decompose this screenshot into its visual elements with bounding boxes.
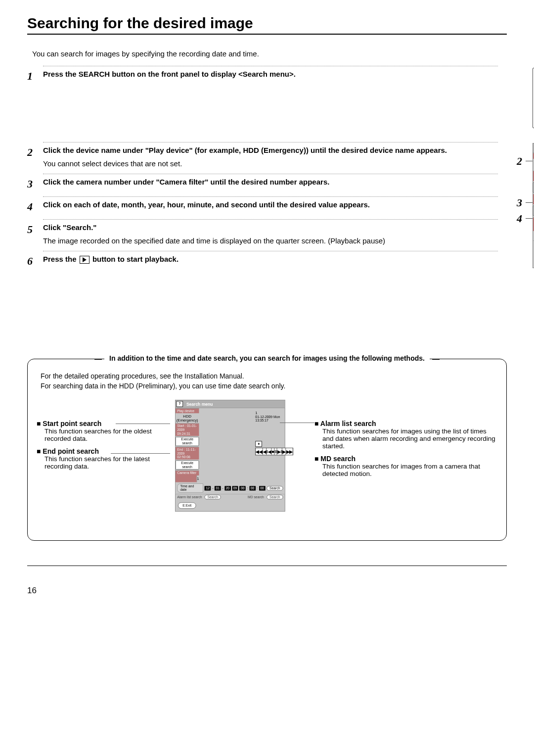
diagram-column: 1 2 3 4 5 6 ? Search menu [513, 63, 534, 268]
methods-intro-2: For searching data in the HDD (Prelimina… [41, 382, 497, 390]
execute-search-end-button[interactable]: Execute search [176, 460, 199, 470]
step-3-text: Click the camera number under "Camera fi… [43, 178, 329, 186]
leader-line [111, 453, 170, 454]
md-search-button[interactable]: Search [267, 495, 283, 499]
time-day[interactable]: 12 [205, 486, 211, 490]
callout-4-label: 4 [517, 212, 522, 225]
rewind-fast-icon: ◀◀ [256, 448, 263, 455]
intro-text: You can search for images by specifying … [32, 49, 507, 58]
end-point-heading: End point search [37, 447, 165, 455]
time-second[interactable]: 00 [259, 486, 266, 490]
exit-button[interactable]: E:Exit [178, 502, 196, 509]
callout-2-label: 2 [517, 155, 522, 168]
alarm-list-heading: Alarm list search [314, 420, 497, 427]
divider [43, 219, 498, 220]
alarm-list-body: This function searches for images using … [322, 427, 497, 450]
time-year2[interactable]: 09 [232, 486, 238, 490]
search-menu-panel-small: ? Search menu Play device HDD (Emergency… [175, 400, 285, 512]
step-5-sub: The image recorded on the specified date… [43, 236, 498, 245]
step-6-number: 6 [27, 255, 37, 268]
steps-column: 1 Press the SEARCH button on the front p… [27, 63, 498, 270]
camera-icon [255, 441, 262, 447]
step-4-text: Click on each of date, month, year, hour… [43, 200, 370, 209]
step-4-number: 4 [27, 200, 37, 213]
end-point-body: This function searches for the latest re… [44, 455, 165, 470]
start-label: Start : 01-01-2009 09:24:31 [176, 424, 199, 436]
preview-time: 13:35:17 [255, 419, 293, 423]
step-2-number: 2 [27, 146, 37, 159]
help-icon[interactable]: ? [177, 401, 183, 407]
time-year1[interactable]: 20 [224, 486, 231, 490]
step-2-text: Click the device name under "Play device… [43, 146, 447, 154]
play-device-label: Play device [176, 408, 199, 413]
step-back-icon: I◀ [267, 448, 271, 455]
title-underline [27, 34, 507, 35]
page-number: 16 [27, 586, 507, 596]
preview-date: 01-12-2009 Mon [255, 415, 293, 419]
playback-controls[interactable]: ◀◀◀I◀■II▶I▶▶▶ [255, 448, 293, 455]
leader-line [116, 424, 170, 424]
md-search-body: This function searches for images from a… [322, 463, 497, 477]
time-date-label: Time and date [177, 483, 203, 493]
step-5-text: Click "Search." [43, 223, 96, 232]
divider [43, 196, 498, 197]
panel-title: Search menu [184, 402, 213, 406]
preview-number: 1 [255, 411, 293, 415]
forward-fast-icon: ▶▶ [286, 448, 293, 455]
time-hour[interactable]: 00 [239, 486, 246, 490]
divider [43, 66, 498, 67]
page-title: Searching for the desired image [27, 15, 507, 32]
step-1-number: 1 [27, 70, 37, 83]
time-minute[interactable]: 00 [249, 486, 256, 490]
methods-right-column: Alarm list search This function searches… [314, 400, 497, 477]
step-6-pre: Press the [43, 255, 79, 263]
step-1-text: Press the SEARCH button on the front pan… [43, 70, 296, 78]
time-month[interactable]: 01 [215, 486, 221, 490]
step-forward-icon: ▶I [277, 448, 282, 455]
play-device-value[interactable]: HDD (Emergency) [176, 413, 199, 423]
other-search-methods-box: In addition to the time and date search,… [27, 359, 507, 541]
callout-3-label: 3 [517, 196, 522, 209]
play-icon [80, 256, 89, 264]
step-2-sub: You cannot select devices that are not s… [43, 159, 498, 168]
md-search-label: MD search [248, 495, 264, 499]
search-button[interactable]: Search [267, 486, 283, 490]
methods-left-column: Start point search This function searche… [37, 400, 165, 470]
alarm-search-button[interactable]: Search [205, 495, 221, 499]
divider [43, 174, 498, 175]
md-search-heading: MD search [314, 455, 497, 463]
footer-line [27, 566, 507, 566]
execute-search-start-button[interactable]: Execute search [176, 437, 199, 446]
start-point-body: This function searches for the oldest re… [44, 427, 165, 442]
leader-line [280, 423, 314, 423]
step-6-post: button to start playback. [90, 255, 178, 263]
camera-filter-label: Camera filter [177, 472, 196, 475]
end-label: End : 11-11-2009 02:50:08 [176, 447, 199, 460]
step-5-number: 5 [27, 223, 37, 236]
methods-intro-1: For the detailed operating procedures, s… [41, 372, 497, 380]
rewind-icon: ◀ [263, 448, 267, 455]
step-3-number: 3 [27, 178, 37, 190]
methods-title: In addition to the time and date search,… [104, 354, 430, 362]
divider [43, 142, 498, 143]
camera-filter-value[interactable]: 1 [197, 475, 199, 482]
alarm-list-search-label: Alarm list search [177, 495, 202, 499]
divider [43, 251, 498, 252]
